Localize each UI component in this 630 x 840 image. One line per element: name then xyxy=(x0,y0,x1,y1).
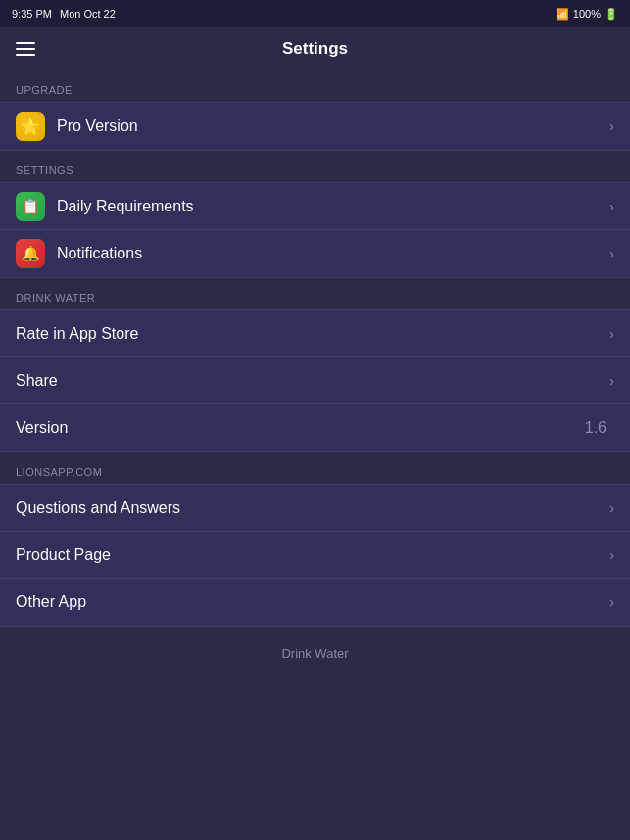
product-page-item[interactable]: Product Page › xyxy=(0,532,630,579)
notif-icon-emoji: 🔔 xyxy=(22,245,40,262)
notif-chevron-icon: › xyxy=(609,246,614,261)
nav-title: Settings xyxy=(282,39,348,59)
pro-icon-emoji: ⭐ xyxy=(21,117,40,136)
notif-icon: 🔔 xyxy=(16,239,45,268)
share-label: Share xyxy=(16,372,609,390)
daily-chevron-icon: › xyxy=(609,199,614,214)
rate-chevron-icon: › xyxy=(609,326,614,342)
questions-answers-item[interactable]: Questions and Answers › xyxy=(0,485,630,532)
drink-water-group: Rate in App Store › Share › Version 1.6 xyxy=(0,309,630,452)
questions-answers-label: Questions and Answers xyxy=(16,499,609,517)
section-header-lionsapp: LIONSAPP.COM xyxy=(0,452,630,484)
status-time-date: 9:35 PM Mon Oct 22 xyxy=(12,8,116,20)
upgrade-group: ⭐ Pro Version › xyxy=(0,102,630,151)
settings-content: UPGRADE ⭐ Pro Version › SETTINGS 📋 Daily… xyxy=(0,70,630,680)
other-app-item[interactable]: Other App › xyxy=(0,579,630,626)
status-time: 9:35 PM xyxy=(12,8,52,20)
section-header-upgrade: UPGRADE xyxy=(0,70,630,102)
notifications-item[interactable]: 🔔 Notifications › xyxy=(0,230,630,277)
other-app-label: Other App xyxy=(16,593,609,611)
wifi-icon: 📶 xyxy=(556,8,569,21)
share-chevron-icon: › xyxy=(609,373,614,389)
menu-line-3 xyxy=(16,54,35,56)
section-header-drink-water: DRINK WATER xyxy=(0,278,630,309)
daily-icon-emoji: 📋 xyxy=(22,198,40,215)
battery-percentage: 100% xyxy=(573,8,601,20)
footer-text: Drink Water xyxy=(0,627,630,680)
daily-requirements-label: Daily Requirements xyxy=(57,198,609,215)
version-value: 1.6 xyxy=(585,419,606,437)
status-bar: 9:35 PM Mon Oct 22 📶 100% 🔋 xyxy=(0,0,630,27)
product-page-label: Product Page xyxy=(16,546,609,564)
settings-group: 📋 Daily Requirements › 🔔 Notifications › xyxy=(0,182,630,278)
nav-bar: Settings xyxy=(0,27,630,70)
pro-version-label: Pro Version xyxy=(57,117,609,135)
rate-app-store-item[interactable]: Rate in App Store › xyxy=(0,310,630,357)
menu-line-2 xyxy=(16,48,35,50)
version-label: Version xyxy=(16,419,585,437)
pro-chevron-icon: › xyxy=(609,118,614,134)
rate-app-store-label: Rate in App Store xyxy=(16,325,609,343)
daily-icon: 📋 xyxy=(16,192,45,221)
pro-icon: ⭐ xyxy=(16,112,45,141)
lionsapp-group: Questions and Answers › Product Page › O… xyxy=(0,484,630,627)
questions-chevron-icon: › xyxy=(609,500,614,516)
product-page-chevron-icon: › xyxy=(609,547,614,563)
menu-button[interactable] xyxy=(16,42,35,56)
version-item: Version 1.6 xyxy=(0,404,630,451)
status-date: Mon Oct 22 xyxy=(60,8,116,20)
status-indicators: 📶 100% 🔋 xyxy=(556,8,618,21)
other-app-chevron-icon: › xyxy=(609,594,614,610)
notifications-label: Notifications xyxy=(57,245,609,262)
daily-requirements-item[interactable]: 📋 Daily Requirements › xyxy=(0,183,630,230)
section-header-settings: SETTINGS xyxy=(0,151,630,182)
pro-version-item[interactable]: ⭐ Pro Version › xyxy=(0,103,630,150)
menu-line-1 xyxy=(16,42,35,44)
share-item[interactable]: Share › xyxy=(0,357,630,404)
battery-icon: 🔋 xyxy=(605,8,618,21)
